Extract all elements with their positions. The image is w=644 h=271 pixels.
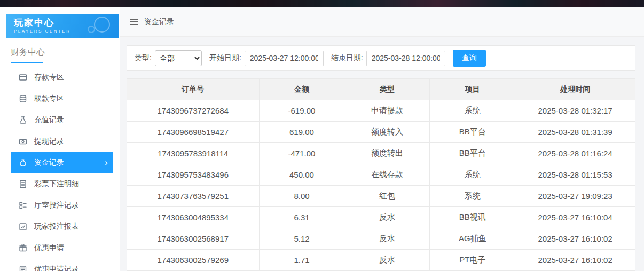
- table-cell: 反水: [344, 228, 430, 250]
- end-date-input[interactable]: [366, 51, 445, 66]
- page: 玩家中心 PLAYERS CENTER 财务中心 存款专区取款专区充值记录提现记…: [0, 7, 644, 271]
- column-header: 金额: [259, 79, 344, 100]
- content: 类型: 全部 开始日期: 结束日期: 查询 订单号金额类型项目处理时间 1743: [120, 37, 644, 271]
- table-cell: 红包: [344, 186, 430, 207]
- sidebar-item-funds-record[interactable]: 资金记录›: [11, 152, 113, 173]
- column-header: 项目: [430, 79, 515, 100]
- sidebar-item-withdraw-zone[interactable]: 取款专区: [11, 88, 113, 109]
- filter-bar: 类型: 全部 开始日期: 结束日期: 查询: [127, 45, 635, 71]
- search-button[interactable]: 查询: [453, 50, 486, 67]
- chart-report-icon: [19, 222, 27, 231]
- sidebar-item-lottery-bet-detail[interactable]: 彩票下注明细: [11, 173, 113, 195]
- table-cell: 1743096698519427: [127, 122, 260, 143]
- type-label: 类型:: [135, 53, 152, 63]
- table-row: 1743096698519427619.00额度转入BB平台2025-03-28…: [127, 122, 635, 143]
- table-cell: 额度转入: [344, 122, 430, 143]
- table-cell: 1743095783918114: [127, 143, 260, 164]
- table-cell: 系统: [430, 164, 515, 186]
- table-cell: BB平台: [430, 143, 515, 164]
- flask-icon: [19, 116, 27, 124]
- grid-list-icon: [19, 201, 27, 210]
- table-cell: 申请提款: [344, 100, 430, 122]
- table-cell: 额度转出: [344, 143, 430, 164]
- start-date-label: 开始日期:: [209, 53, 241, 63]
- deposit-card-icon: [19, 73, 27, 82]
- brand-header: 玩家中心 PLAYERS CENTER: [6, 14, 119, 38]
- column-header: 订单号: [127, 79, 260, 100]
- table-row: 17430630025689175.12反水AG捕鱼2025-03-27 16:…: [127, 228, 635, 250]
- sidebar: 玩家中心 PLAYERS CENTER 财务中心 存款专区取款专区充值记录提现记…: [0, 7, 120, 271]
- table-header-row: 订单号金额类型项目处理时间: [127, 79, 635, 100]
- sidebar-item-recharge-record[interactable]: 充值记录: [11, 109, 113, 131]
- screen: 玩家中心 PLAYERS CENTER 财务中心 存款专区取款专区充值记录提现记…: [0, 0, 644, 271]
- table-cell: 反水: [344, 207, 430, 228]
- table-cell: 2025-03-28 01:15:53: [515, 164, 635, 186]
- table-row: 1743095753483496450.00在线存款系统2025-03-28 0…: [127, 164, 635, 186]
- sidebar-item-label: 玩家投注报表: [34, 222, 79, 232]
- start-date-input[interactable]: [245, 51, 324, 66]
- table-cell: 5.12: [259, 228, 344, 250]
- table-cell: 2025-03-28 01:32:17: [515, 100, 635, 122]
- table-cell: 1743063002568917: [127, 228, 260, 250]
- sidebar-section-title: 财务中心: [11, 47, 113, 63]
- banknote-icon: [19, 137, 27, 146]
- list-record-icon: [19, 265, 27, 271]
- table-cell: 在线存款: [344, 164, 430, 186]
- table-cell: BB视讯: [430, 207, 515, 228]
- chevron-right-icon: ›: [105, 158, 108, 168]
- table-cell: 6.31: [259, 207, 344, 228]
- table-cell: BB平台: [430, 122, 515, 143]
- table-cell: 反水: [344, 250, 430, 271]
- column-header: 处理时间: [515, 79, 635, 100]
- table-row: 17430630025792691.71反水PT电子2025-03-27 16:…: [127, 250, 635, 271]
- records-tbody: 1743096737272684-619.00申请提款系统2025-03-28 …: [127, 100, 635, 271]
- sidebar-item-label: 资金记录: [34, 158, 64, 168]
- records-table: 订单号金额类型项目处理时间 1743096737272684-619.00申请提…: [127, 78, 635, 271]
- sidebar-menu: 存款专区取款专区充值记录提现记录资金记录›彩票下注明细厅室投注记录玩家投注报表优…: [0, 67, 120, 271]
- table-cell: 619.00: [259, 122, 344, 143]
- table-cell: PT电子: [430, 250, 515, 271]
- table-cell: 1743095753483496: [127, 164, 260, 186]
- sidebar-item-label: 充值记录: [34, 115, 64, 125]
- table-cell: -471.00: [259, 143, 344, 164]
- table-cell: 系统: [430, 100, 515, 122]
- gift-icon: [19, 244, 27, 252]
- sidebar-item-label: 取款专区: [34, 94, 64, 103]
- table-cell: 1.71: [259, 250, 344, 271]
- breadcrumb: 资金记录: [120, 7, 644, 37]
- table-cell: 1743073763579251: [127, 186, 260, 207]
- table-cell: 1743096737272684: [127, 100, 260, 122]
- column-header: 类型: [344, 79, 430, 100]
- table-cell: -619.00: [259, 100, 344, 122]
- main-area: 资金记录 类型: 全部 开始日期: 结束日期: 查询: [120, 7, 644, 271]
- sidebar-item-label: 提现记录: [34, 137, 64, 146]
- top-banner: [0, 0, 644, 7]
- sidebar-item-label: 厅室投注记录: [34, 201, 79, 210]
- sidebar-item-promo-apply-record[interactable]: 优惠申请记录: [11, 259, 113, 271]
- sidebar-item-label: 优惠申请记录: [34, 265, 79, 271]
- sidebar-item-label: 存款专区: [34, 73, 64, 82]
- sidebar-item-player-bet-report[interactable]: 玩家投注报表: [11, 216, 113, 237]
- type-select[interactable]: 全部: [155, 50, 202, 66]
- table-cell: 2025-03-28 01:31:39: [515, 122, 635, 143]
- table-cell: AG捕鱼: [430, 228, 515, 250]
- table-cell: 2025-03-27 16:10:02: [515, 228, 635, 250]
- table-cell: 2025-03-27 16:10:04: [515, 207, 635, 228]
- table-cell: 2025-03-27 16:10:02: [515, 250, 635, 271]
- coins-icon: [19, 94, 27, 103]
- breadcrumb-title: 资金记录: [144, 17, 174, 27]
- end-date-label: 结束日期:: [331, 53, 363, 63]
- table-row: 1743095783918114-471.00额度转出BB平台2025-03-2…: [127, 143, 635, 164]
- sidebar-item-deposit-zone[interactable]: 存款专区: [11, 67, 113, 88]
- sidebar-item-withdraw-record[interactable]: 提现记录: [11, 131, 113, 152]
- brand-decoration-circle: [88, 26, 95, 33]
- table-row: 17430737635792518.00红包系统2025-03-27 19:09…: [127, 186, 635, 207]
- brand-decoration-circle: [94, 17, 110, 33]
- sidebar-item-promo-apply[interactable]: 优惠申请: [11, 237, 113, 259]
- table-cell: 8.00: [259, 186, 344, 207]
- sidebar-item-hall-bet-record[interactable]: 厅室投注记录: [11, 195, 113, 216]
- table-cell: 450.00: [259, 164, 344, 186]
- document-lines-icon: [19, 180, 27, 188]
- menu-toggle-icon[interactable]: [130, 19, 138, 25]
- money-bag-icon: [19, 158, 27, 167]
